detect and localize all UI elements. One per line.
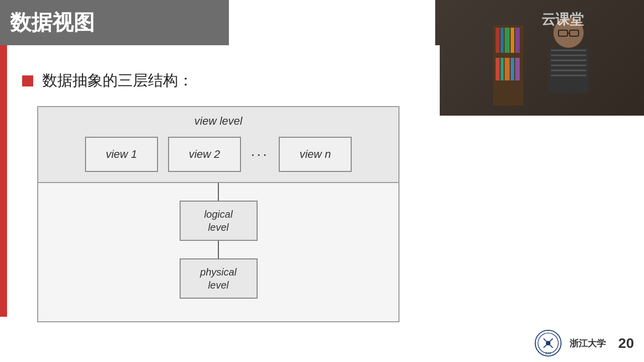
zju-logo: ZJU <box>534 329 562 357</box>
view-boxes-row: view 1 view 2 ··· view n <box>85 137 352 172</box>
subtitle-row: 数据抽象的三层结构： <box>22 70 425 91</box>
diagram-container: view level view 1 view 2 ··· view n logi… <box>37 106 399 322</box>
svg-rect-15 <box>511 28 514 53</box>
svg-rect-17 <box>496 58 500 80</box>
svg-rect-19 <box>505 58 510 80</box>
view-box-2: view 2 <box>168 137 241 172</box>
view-box-1: view 1 <box>85 137 158 172</box>
svg-rect-18 <box>501 58 504 80</box>
svg-text:ZJU: ZJU <box>545 351 551 355</box>
main-content: 数据抽象的三层结构： view level view 1 view 2 ··· … <box>7 45 440 347</box>
svg-rect-16 <box>515 28 520 53</box>
physical-level-text: physicallevel <box>200 265 236 292</box>
page-number: 20 <box>618 335 634 351</box>
logical-level-box: logicallevel <box>180 201 258 241</box>
svg-rect-14 <box>505 28 510 53</box>
physical-level-box: physicallevel <box>180 258 258 299</box>
connector-2 <box>218 241 219 258</box>
logical-level-text: logicallevel <box>204 208 233 234</box>
svg-point-24 <box>546 341 550 345</box>
left-accent-bar <box>0 45 7 317</box>
zju-name-text: 浙江大学 <box>570 337 606 349</box>
video-feed: 云课堂 <box>435 0 644 116</box>
view-box-n: view n <box>279 137 352 172</box>
subtitle-icon <box>22 75 33 86</box>
view-level-label: view level <box>194 115 242 128</box>
title-bar: 数据视图 <box>0 0 229 45</box>
svg-rect-12 <box>496 28 500 53</box>
svg-rect-20 <box>511 58 514 80</box>
view-level-section: view level view 1 view 2 ··· view n <box>38 107 398 183</box>
lower-section: logicallevel physicallevel <box>38 183 398 321</box>
subtitle-text: 数据抽象的三层结构： <box>42 70 193 91</box>
view-dots: ··· <box>251 146 269 162</box>
bottom-right: ZJU 浙江大学 20 <box>534 329 634 357</box>
watermark-text: 云课堂 <box>541 10 584 29</box>
svg-rect-21 <box>515 58 520 80</box>
svg-rect-13 <box>501 28 504 53</box>
connector-1 <box>218 183 219 201</box>
page-title: 数据视图 <box>10 9 95 37</box>
